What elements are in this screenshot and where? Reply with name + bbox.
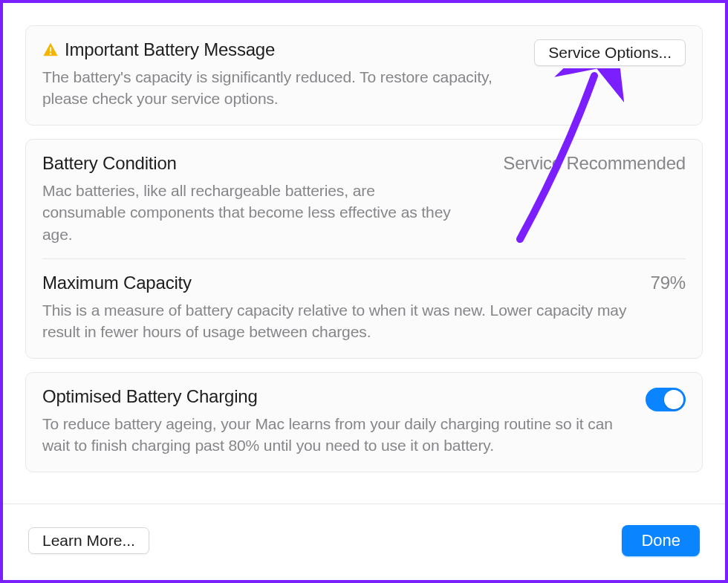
optimised-charging-description: To reduce battery ageing, your Mac learn…: [42, 413, 631, 457]
battery-details-card: Battery Condition Mac batteries, like al…: [25, 139, 703, 359]
maximum-capacity-title: Maximum Capacity: [42, 273, 636, 293]
important-battery-message-card: Important Battery Message The battery's …: [25, 25, 703, 126]
optimised-charging-toggle[interactable]: [646, 388, 686, 411]
maximum-capacity-value: 79%: [651, 273, 686, 293]
warning-triangle-icon: [42, 42, 59, 58]
svg-rect-0: [50, 47, 51, 51]
optimised-charging-title: Optimised Battery Charging: [42, 386, 631, 407]
dialog-footer: Learn More... Done: [3, 504, 725, 580]
warning-title: Important Battery Message: [65, 39, 275, 60]
learn-more-button[interactable]: Learn More...: [28, 527, 149, 554]
svg-point-1: [50, 53, 51, 54]
warning-description: The battery's capacity is significantly …: [42, 66, 519, 110]
done-button[interactable]: Done: [622, 525, 700, 556]
optimised-charging-card: Optimised Battery Charging To reduce bat…: [25, 372, 703, 472]
maximum-capacity-description: This is a measure of battery capacity re…: [42, 299, 636, 343]
battery-condition-description: Mac batteries, like all rechargeable bat…: [42, 180, 458, 245]
battery-condition-title: Battery Condition: [42, 153, 488, 174]
battery-condition-status: Service Recommended: [503, 153, 686, 174]
service-options-button[interactable]: Service Options...: [534, 39, 686, 66]
warning-title-row: Important Battery Message: [42, 39, 519, 60]
